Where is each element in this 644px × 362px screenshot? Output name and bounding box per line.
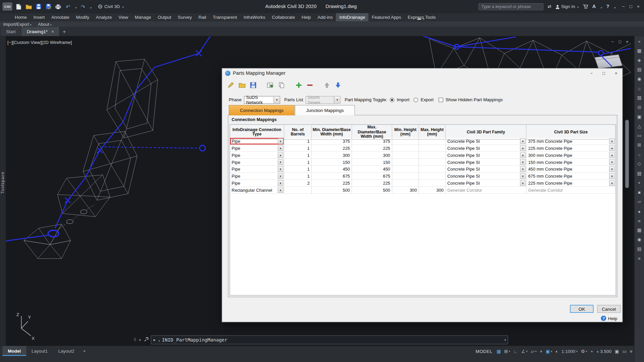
side-toolbar-icon[interactable]: ▦	[636, 47, 643, 54]
viewport-minimize-button[interactable]: −	[611, 40, 613, 44]
side-toolbar-icon[interactable]: ▣	[636, 113, 643, 120]
max-diameter-cell[interactable]: 225	[352, 145, 392, 152]
new-layout-button[interactable]: +	[80, 346, 89, 356]
combo-dropdown-icon[interactable]	[520, 166, 526, 172]
min-diameter-cell[interactable]: 225	[312, 145, 352, 152]
connection-type-cell[interactable]: Pipe	[230, 159, 284, 166]
side-toolbar-icon[interactable]: △	[636, 123, 643, 130]
model-space-toggle[interactable]: MODEL	[476, 349, 492, 354]
viewport-close-button[interactable]: ×	[626, 40, 628, 44]
help-caret-icon[interactable]	[613, 3, 616, 10]
side-toolbar-icon[interactable]: ◎	[636, 104, 643, 111]
viewport-restore-button[interactable]: □	[619, 40, 621, 44]
ribbon-tab[interactable]: Transparent	[210, 13, 240, 21]
side-toolbar-icon[interactable]: ▧	[636, 95, 643, 102]
combo-dropdown-icon[interactable]	[278, 187, 283, 193]
ribbon-tab[interactable]: View	[115, 13, 131, 21]
new-file-icon[interactable]	[15, 3, 22, 10]
combo-dropdown-icon[interactable]	[520, 145, 526, 151]
minimize-button[interactable]: −	[620, 4, 627, 9]
barrels-cell[interactable]: 1	[284, 152, 312, 159]
search-exchange-icon[interactable]: ⇄	[547, 4, 551, 9]
ribbon-tab[interactable]: Help	[298, 13, 314, 21]
side-toolbar-icon[interactable]: ◇	[636, 161, 643, 168]
side-toolbar-icon[interactable]: ▭	[636, 132, 643, 139]
snap-mode-icon[interactable]: ⊞	[504, 349, 510, 354]
connect-cloud-icon[interactable]	[417, 14, 425, 22]
max-height-cell[interactable]	[419, 138, 446, 145]
side-toolbar-icon[interactable]: ○	[636, 151, 643, 158]
min-diameter-cell[interactable]: 300	[312, 152, 352, 159]
open-file-icon[interactable]	[25, 3, 32, 10]
save-as-icon[interactable]	[45, 3, 52, 10]
import-radio-label[interactable]: Import	[397, 97, 410, 102]
polar-tracking-icon[interactable]: ∠	[521, 349, 528, 354]
combo-dropdown-icon[interactable]	[609, 166, 615, 172]
min-diameter-cell[interactable]: 450	[312, 166, 352, 173]
side-toolbar-icon[interactable]: ≡	[636, 255, 643, 262]
ribbon-tab[interactable]: Home	[11, 13, 30, 21]
min-height-cell[interactable]	[392, 166, 419, 173]
plot-icon[interactable]	[55, 3, 62, 10]
combo-dropdown-icon[interactable]	[278, 173, 283, 179]
dialog-tab[interactable]: Connection Mappings	[229, 105, 294, 115]
side-toolbar-icon[interactable]: ×	[636, 38, 643, 45]
side-toolbar-icon[interactable]: ◉	[636, 75, 643, 82]
combo-dropdown-icon[interactable]	[609, 138, 615, 144]
ribbon-tab[interactable]: Insert	[30, 13, 48, 21]
export-radio-label[interactable]: Export	[421, 97, 434, 102]
part-family-cell[interactable]: Concrete Pipe SI	[446, 159, 527, 166]
max-height-cell[interactable]	[419, 159, 446, 166]
part-family-cell[interactable]: Concrete Pipe SI	[446, 145, 527, 152]
autodesk-app-icon[interactable]	[592, 4, 596, 9]
ribbon-tab[interactable]: InfoDrainage	[336, 13, 369, 21]
ribbon-tab[interactable]: Featured Apps	[369, 13, 405, 21]
side-toolbar-icon[interactable]: ▨	[636, 170, 643, 177]
ok-button[interactable]: OK	[570, 305, 594, 313]
combo-dropdown-icon[interactable]	[278, 180, 283, 186]
combo-dropdown-icon[interactable]	[609, 180, 615, 186]
max-diameter-cell[interactable]: 450	[352, 166, 392, 173]
connection-type-cell[interactable]: Pipe	[230, 138, 284, 145]
side-toolbar-icon[interactable]: ≡	[636, 217, 643, 224]
new-drawing-tab-button[interactable]: +	[60, 27, 69, 36]
command-line-grip[interactable]: ⠿	[133, 338, 137, 342]
max-diameter-cell[interactable]: 150	[352, 159, 392, 166]
min-height-cell[interactable]	[392, 173, 419, 180]
transparency-icon[interactable]: ◐	[555, 349, 558, 354]
part-family-cell[interactable]: Generate Corridor	[446, 187, 527, 194]
max-height-cell[interactable]	[419, 173, 446, 180]
object-snap-tracking-icon[interactable]: ⌖	[540, 349, 542, 354]
ribbon-tab[interactable]: Analyze	[93, 13, 115, 21]
command-history-caret-icon[interactable]	[158, 336, 160, 343]
min-height-cell[interactable]	[392, 180, 419, 187]
combo-dropdown-icon[interactable]	[520, 152, 526, 158]
connection-type-cell[interactable]: Rectangular Channel	[230, 187, 284, 194]
show-hidden-checkbox[interactable]	[439, 98, 443, 102]
dialog-title-bar[interactable]: Parts Mapping Manager −□×	[222, 68, 622, 77]
ribbon-panel-button[interactable]: Import/Export	[3, 22, 32, 27]
barrels-cell[interactable]: 1	[284, 145, 312, 152]
min-diameter-cell[interactable]: 500	[312, 187, 352, 194]
side-toolbar-icon[interactable]: ▱	[636, 198, 643, 205]
annotation-monitor-icon[interactable]: +	[591, 349, 593, 354]
move-down-icon[interactable]	[334, 81, 342, 88]
max-height-cell[interactable]	[419, 180, 446, 187]
part-size-cell[interactable]: Generate Corridor	[527, 187, 616, 194]
part-size-cell[interactable]: 225 mm Concrete Pipe	[527, 180, 616, 187]
barrels-cell[interactable]	[284, 187, 312, 194]
part-family-cell[interactable]: Concrete Pipe SI	[446, 173, 527, 180]
import-mappings-icon[interactable]	[267, 81, 274, 88]
new-mapping-icon[interactable]	[227, 81, 234, 88]
side-toolbar-icon[interactable]: ◉	[636, 236, 643, 243]
part-family-cell[interactable]: Concrete Pipe SI	[446, 166, 527, 173]
dialog-maximize-button[interactable]: □	[598, 68, 610, 77]
drawing-tab[interactable]: Start	[1, 27, 21, 36]
save-mapping-icon[interactable]	[249, 81, 257, 88]
barrels-cell[interactable]: 2	[284, 180, 312, 187]
customization-icon[interactable]: ≡	[630, 349, 633, 354]
ribbon-panel-button[interactable]: About	[38, 22, 51, 27]
drawing-tab[interactable]: Drawing1*	[21, 27, 60, 36]
ribbon-tab[interactable]: Collaborate	[269, 13, 298, 21]
max-diameter-cell[interactable]: 225	[352, 180, 392, 187]
